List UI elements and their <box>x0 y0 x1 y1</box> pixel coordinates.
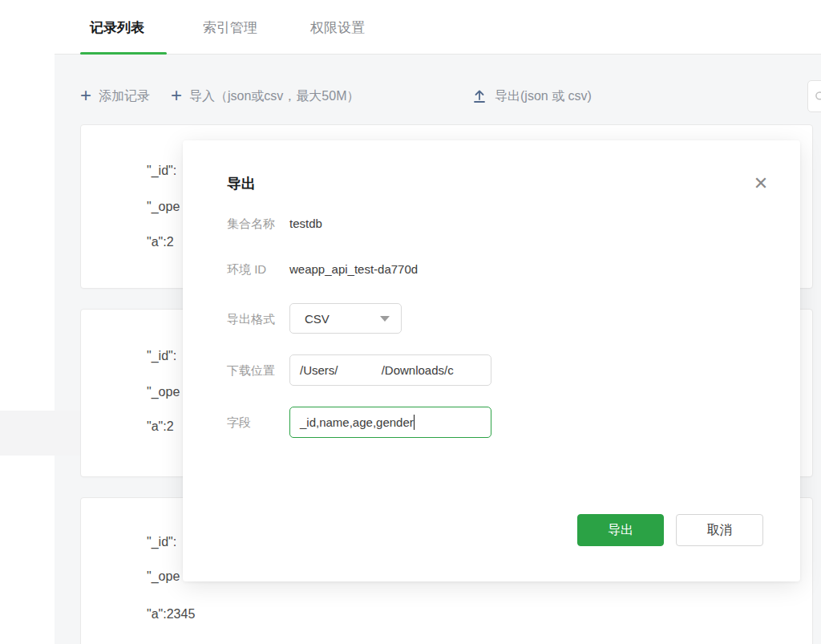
plus-icon: + <box>80 87 91 103</box>
export-confirm-label: 导出 <box>608 522 633 539</box>
left-sidebar-selected-band <box>0 411 80 456</box>
export-dialog: 导出 ✕ 集合名称 testdb 环境 ID weapp_api_test-da… <box>183 140 800 581</box>
collection-name-label: 集合名称 <box>227 217 275 232</box>
cancel-label: 取消 <box>707 522 733 539</box>
tab-index-management[interactable]: 索引管理 <box>203 0 257 55</box>
dialog-title: 导出 <box>227 174 256 193</box>
tab-index-management-label: 索引管理 <box>203 18 257 37</box>
collection-name-value: testdb <box>289 217 322 230</box>
export-format-value: CSV <box>305 312 380 326</box>
search-input-partial[interactable] <box>807 80 821 112</box>
tab-record-list-label: 记录列表 <box>90 18 144 37</box>
search-icon <box>815 91 821 103</box>
record-field-id: "_id": <box>147 160 176 182</box>
env-id-value: weapp_api_test-da770d <box>289 262 418 276</box>
export-format-select[interactable]: CSV <box>289 303 402 334</box>
import-button[interactable]: + 导入（json或csv，最大50M） <box>171 80 360 112</box>
close-icon[interactable]: ✕ <box>748 171 774 196</box>
fields-label: 字段 <box>227 415 251 431</box>
record-field-id: "_id": <box>147 531 176 553</box>
download-location-value: /Users/ /Downloads/c <box>300 363 454 377</box>
record-field-openid: "_ope <box>147 196 180 218</box>
plus-icon: + <box>171 87 182 103</box>
env-id-label: 环境 ID <box>227 262 266 277</box>
add-record-button[interactable]: + 添加记录 <box>80 80 150 112</box>
record-field-id: "_id": <box>147 345 176 367</box>
tab-permission-settings-label: 权限设置 <box>310 18 365 37</box>
fields-value: _id,name,age,gender <box>300 415 414 429</box>
download-location-label: 下载位置 <box>227 363 275 379</box>
fields-input[interactable]: _id,name,age,gender <box>289 407 491 438</box>
export-button-toolbar[interactable]: 导出(json 或 csv) <box>471 80 592 112</box>
upload-icon <box>471 88 487 104</box>
record-field-openid: "_ope <box>147 381 180 403</box>
database-console-page: 记录列表 索引管理 权限设置 + 添加记录 + 导入（json或csv，最大50… <box>0 0 821 644</box>
record-field-a: "a":2 <box>147 415 174 438</box>
record-field-a: "a":2345 <box>147 603 195 626</box>
tab-bar <box>55 0 821 55</box>
text-cursor <box>414 415 415 430</box>
download-location-input[interactable]: /Users/ /Downloads/c <box>289 354 491 386</box>
add-record-label: 添加记录 <box>99 88 150 105</box>
caret-down-icon <box>380 316 390 322</box>
export-toolbar-label: 导出(json 或 csv) <box>495 88 592 105</box>
active-tab-underline <box>80 52 167 55</box>
tab-record-list[interactable]: 记录列表 <box>90 0 144 55</box>
tab-permission-settings[interactable]: 权限设置 <box>310 0 365 55</box>
left-sidebar-strip <box>0 0 55 644</box>
import-label: 导入（json或csv，最大50M） <box>189 88 359 105</box>
record-field-a: "a":2 <box>147 231 174 253</box>
export-confirm-button[interactable]: 导出 <box>577 514 664 546</box>
export-format-label: 导出格式 <box>227 312 275 327</box>
record-field-openid: "_ope <box>147 565 180 588</box>
cancel-button[interactable]: 取消 <box>676 514 763 546</box>
